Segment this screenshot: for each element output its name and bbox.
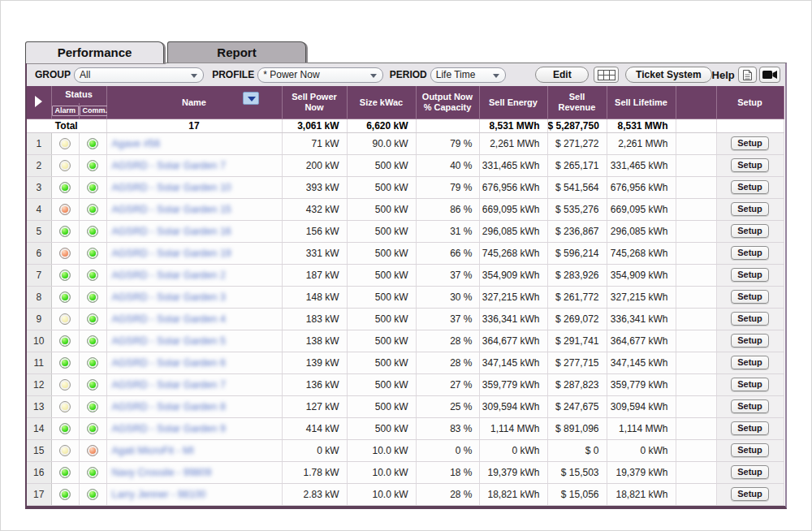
comm-status-cell xyxy=(79,373,106,395)
sell-power-cell: 0 kW xyxy=(282,439,347,461)
header-spacer xyxy=(676,86,716,119)
setup-button[interactable]: Setup xyxy=(731,180,769,194)
header-size-kwac[interactable]: Size kWac xyxy=(347,86,416,119)
expand-arrow-icon[interactable] xyxy=(27,86,51,119)
header-name[interactable]: Name xyxy=(106,86,282,119)
alarm-status-cell xyxy=(51,483,79,505)
header-output-capacity[interactable]: Output Now % Capacity xyxy=(416,86,479,119)
sell-lifetime-cell: 347,145 kWh xyxy=(607,352,676,373)
site-name-link[interactable]: AGSRD - Solar Garden 2 xyxy=(112,270,226,281)
site-name-link[interactable]: AGSRD - Solar Garden 5 xyxy=(112,335,226,347)
performance-panel: Performance Report GROUP All PROFILE * P… xyxy=(25,41,787,509)
site-name-link[interactable]: AGSRD - Solar Garden 8 xyxy=(112,401,226,412)
site-name-link[interactable]: Larry Jenner - 98100 xyxy=(112,489,206,500)
site-name-link[interactable]: AGSRD - Solar Garden 15 xyxy=(112,204,231,215)
name-cell: AGSRD - Solar Garden 2 xyxy=(106,264,282,286)
table-row: 9AGSRD - Solar Garden 4183 kW500 kW37 %3… xyxy=(27,308,784,330)
header-comm: Comm. xyxy=(79,103,106,119)
alarm-led-green xyxy=(59,489,71,500)
site-name-link[interactable]: AGSRD - Solar Garden 6 xyxy=(112,357,226,369)
setup-button[interactable]: Setup xyxy=(731,158,769,172)
header-sell-lifetime[interactable]: Sell Lifetime xyxy=(607,86,676,119)
edit-button[interactable]: Edit xyxy=(535,67,589,83)
comm-status-cell xyxy=(79,220,106,242)
setup-button[interactable]: Setup xyxy=(731,399,769,413)
header-sell-revenue[interactable]: Sell Revenue xyxy=(547,86,607,119)
comm-led-green xyxy=(87,489,98,500)
tab-report[interactable]: Report xyxy=(167,41,306,63)
sort-dropdown-icon[interactable] xyxy=(243,92,259,105)
video-camera-icon[interactable] xyxy=(759,67,780,83)
setup-cell: Setup xyxy=(716,352,784,373)
comm-status-cell xyxy=(79,461,106,483)
setup-button[interactable]: Setup xyxy=(731,224,769,238)
setup-button[interactable]: Setup xyxy=(731,312,769,326)
setup-button[interactable]: Setup xyxy=(731,268,769,282)
setup-cell: Setup xyxy=(716,132,784,154)
table-grid-icon[interactable] xyxy=(594,67,619,83)
site-name-link[interactable]: Navy Crossile - 99809 xyxy=(112,467,212,478)
size-kwac-cell: 500 kW xyxy=(347,352,416,373)
site-name-link[interactable]: AGSRD - Solar Garden 7 xyxy=(112,379,226,391)
setup-cell: Setup xyxy=(716,330,784,352)
setup-button[interactable]: Setup xyxy=(731,246,769,260)
document-icon[interactable] xyxy=(738,67,757,83)
sell-power-cell: 71 kW xyxy=(282,132,347,154)
total-size: 6,620 kW xyxy=(347,119,416,132)
alarm-led-green xyxy=(59,270,71,281)
site-name-link[interactable]: AGSRD - Solar Garden 19 xyxy=(112,248,231,259)
setup-button[interactable]: Setup xyxy=(731,487,769,501)
site-name-link[interactable]: AGSRD - Solar Garden 9 xyxy=(112,423,226,434)
setup-button[interactable]: Setup xyxy=(731,443,769,457)
name-cell: AGSRD - Solar Garden 5 xyxy=(106,330,282,352)
output-capacity-cell: 27 % xyxy=(416,373,479,395)
sell-revenue-cell: $ 287,823 xyxy=(547,373,607,395)
alarm-status-cell xyxy=(51,461,79,483)
setup-button[interactable]: Setup xyxy=(731,202,769,216)
site-name-link[interactable]: AGSRD - Solar Garden 7 xyxy=(112,160,226,171)
site-name-link[interactable]: AGSRD - Solar Garden 4 xyxy=(112,313,226,325)
spacer-cell xyxy=(676,330,716,352)
site-name-link[interactable]: AGSRD - Solar Garden 16 xyxy=(112,226,231,237)
header-sell-energy[interactable]: Sell Energy xyxy=(479,86,547,119)
row-number: 4 xyxy=(27,198,51,220)
sell-power-cell: 414 kW xyxy=(282,417,347,439)
row-number: 14 xyxy=(27,417,51,439)
spacer-cell xyxy=(676,154,716,176)
size-kwac-cell: 90.0 kW xyxy=(347,132,416,154)
group-select[interactable]: All xyxy=(74,67,204,83)
header-sell-power[interactable]: Sell Power Now xyxy=(282,86,347,119)
total-sell-energy: 8,531 MWh xyxy=(479,119,547,132)
total-sell-lifetime: 8,531 MWh xyxy=(607,119,676,132)
setup-button[interactable]: Setup xyxy=(731,421,769,435)
period-select[interactable]: Life Time xyxy=(430,67,507,83)
comm-status-cell xyxy=(79,417,106,439)
site-name-link[interactable]: Agati MicroFit - MI xyxy=(112,445,194,456)
setup-button[interactable]: Setup xyxy=(731,356,769,369)
setup-button[interactable]: Setup xyxy=(731,378,769,391)
alarm-led-yellow xyxy=(59,160,71,171)
site-name-link[interactable]: AGSRD - Solar Garden 3 xyxy=(112,291,226,303)
site-name-link[interactable]: AGSRD - Solar Garden 10 xyxy=(112,182,231,193)
setup-button[interactable]: Setup xyxy=(731,334,769,348)
setup-button[interactable]: Setup xyxy=(731,465,769,479)
setup-button[interactable]: Setup xyxy=(731,136,769,150)
setup-button[interactable]: Setup xyxy=(731,290,769,304)
output-capacity-cell: 86 % xyxy=(416,198,479,220)
alarm-led-green xyxy=(59,291,71,303)
sell-energy-cell: 309,594 kWh xyxy=(479,395,547,417)
sell-lifetime-cell: 296,085 kWh xyxy=(607,220,676,242)
sell-revenue-cell: $ 15,056 xyxy=(547,483,607,505)
spacer-cell xyxy=(676,439,716,461)
alarm-status-cell xyxy=(51,220,79,242)
tab-performance[interactable]: Performance xyxy=(25,41,164,63)
alarm-status-cell xyxy=(51,352,79,373)
spacer-cell xyxy=(676,308,716,330)
comm-status-cell xyxy=(79,242,106,264)
profile-select[interactable]: * Power Now xyxy=(257,67,382,83)
table-row: 7AGSRD - Solar Garden 2187 kW500 kW37 %3… xyxy=(27,264,784,286)
sell-power-cell: 183 kW xyxy=(282,308,347,330)
site-name-link[interactable]: Agave #56 xyxy=(112,138,161,149)
ticket-system-button[interactable]: Ticket System xyxy=(625,67,712,83)
comm-led-green xyxy=(87,182,98,193)
